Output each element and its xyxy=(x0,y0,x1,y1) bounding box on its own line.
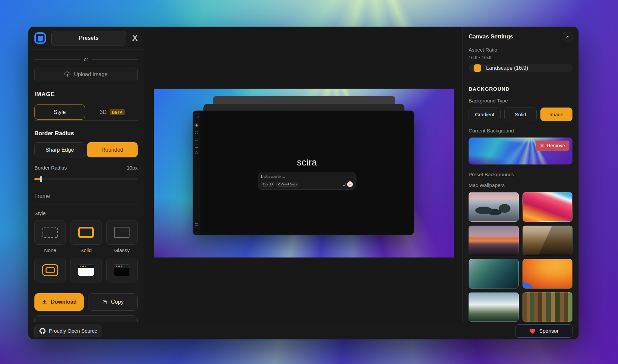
close-icon: ✕ xyxy=(540,143,544,148)
search-mode-pill xyxy=(261,182,275,187)
app-footer: Proudly Open Source Sponsor xyxy=(28,322,579,339)
frame-option-window-dark[interactable] xyxy=(106,258,138,282)
rounded-button[interactable]: Rounded xyxy=(87,142,138,157)
presets-button[interactable]: Presets xyxy=(51,31,126,46)
border-radius-toggle: Sharp Edge Rounded xyxy=(34,142,138,157)
frame-section-label: Frame xyxy=(34,193,138,199)
canvas-settings-panel: Canvas Settings Aspect Ratio 16:9 • 16x9… xyxy=(462,27,579,322)
remove-background-button[interactable]: ✕ Remove xyxy=(536,141,569,151)
info-icon xyxy=(195,131,198,134)
current-background-label: Current Background xyxy=(469,128,572,133)
image-mode-tabs: Style 3D BETA xyxy=(34,104,138,121)
canvas-settings-title: Canvas Settings xyxy=(469,33,513,40)
background-type-solid[interactable]: Solid xyxy=(504,108,536,121)
or-divider: or xyxy=(34,57,138,62)
attach-icon xyxy=(343,183,345,186)
screenshot-sidebar xyxy=(193,111,200,235)
tab-3d[interactable]: 3D BETA xyxy=(87,104,138,120)
heart-icon xyxy=(529,328,536,334)
copy-icon xyxy=(102,299,108,305)
border-radius-label: Border Radius xyxy=(34,165,67,171)
download-icon xyxy=(41,299,48,305)
frame-option-double-border[interactable] xyxy=(34,258,66,282)
frame-option-window-light[interactable] xyxy=(70,258,102,282)
border-radius-title: Border Radius xyxy=(34,130,138,137)
dark-window-frame-icon xyxy=(114,264,130,276)
dashed-frame-icon xyxy=(43,227,58,238)
app-logo-icon xyxy=(34,32,46,44)
aspect-ratio-select[interactable]: Landscape (16:9) xyxy=(469,64,572,72)
chevron-up-icon xyxy=(565,34,570,39)
display-icon xyxy=(195,223,198,226)
canvas-workspace[interactable]: scira Ask a question... xyxy=(144,27,462,322)
settings-icon xyxy=(195,151,198,154)
app-window: Presets X or Upload Image IMAGE Style xyxy=(28,27,579,339)
new-chat-icon xyxy=(194,123,199,127)
glassy-frame-icon xyxy=(114,227,130,238)
collapse-panel-button[interactable] xyxy=(563,32,572,41)
border-radius-value-row: Border Radius 10px xyxy=(34,165,138,171)
wallpaper-thumb-sequoia-forest[interactable] xyxy=(523,292,573,322)
aspect-swatch-icon xyxy=(474,64,481,72)
mac-wallpapers-label: Mac Wallpapers xyxy=(469,182,572,188)
wallpaper-thumb-ventura-abstract[interactable] xyxy=(523,259,573,289)
wallpaper-thumb-tahoe-rocks[interactable] xyxy=(469,192,519,222)
border-radius-slider[interactable] xyxy=(34,176,138,182)
text-caret xyxy=(261,175,262,178)
box-icon xyxy=(195,145,198,148)
arrow-up-icon xyxy=(349,183,351,186)
background-type-gradient[interactable]: Gradient xyxy=(469,108,501,121)
scira-wordmark: scira xyxy=(200,157,414,168)
upload-image-button[interactable]: Upload Image xyxy=(34,67,138,82)
solid-frame-icon xyxy=(78,227,94,238)
remove-image-button[interactable]: Remove Image xyxy=(34,315,138,322)
aspect-ratio-value: 16:9 • 16x9 xyxy=(469,55,572,60)
library-icon xyxy=(195,138,198,141)
background-type-label: Background Type xyxy=(469,98,572,103)
light-window-frame-icon xyxy=(78,264,94,276)
sponsor-button[interactable]: Sponsor xyxy=(515,324,572,338)
aspect-ratio-label: Aspect Ratio xyxy=(469,47,572,53)
preset-backgrounds-label: Preset Backgrounds xyxy=(469,172,572,177)
scira-logo-icon xyxy=(195,114,199,118)
frame-style-grid: None Solid Glassy xyxy=(34,220,138,285)
editor-panel: Presets X or Upload Image IMAGE Style xyxy=(28,27,144,322)
border-radius-value: 10px xyxy=(127,165,138,171)
current-background-preview[interactable]: ✕ Remove xyxy=(469,138,572,164)
left-panel-body: or Upload Image IMAGE Style 3D BETA xyxy=(28,50,144,322)
wallpaper-thumb-sierra-peaks[interactable] xyxy=(469,225,519,255)
screenshot-window[interactable]: scira Ask a question... xyxy=(193,111,414,235)
frame-option-glassy[interactable] xyxy=(106,220,138,245)
open-source-link[interactable]: Proudly Open Source xyxy=(34,325,102,337)
wallpaper-thumb-big-sur-graphic[interactable] xyxy=(523,192,573,222)
tab-style[interactable]: Style xyxy=(34,104,85,120)
frame-style-label: Style xyxy=(34,210,138,216)
background-type-image[interactable]: Image xyxy=(540,108,572,121)
chevron-down-icon xyxy=(266,183,269,185)
send-button xyxy=(347,181,353,187)
tools-icon xyxy=(270,183,273,185)
canvas-image[interactable]: scira Ask a question... xyxy=(154,89,454,257)
github-icon xyxy=(39,328,46,334)
background-type-buttons: Gradient Solid Image xyxy=(469,108,572,121)
image-section-title: IMAGE xyxy=(34,91,138,98)
download-button[interactable]: Download xyxy=(34,293,84,311)
wallpaper-thumb-mojave-dunes[interactable] xyxy=(523,225,573,255)
model-icon xyxy=(278,183,280,185)
upload-cloud-icon xyxy=(64,71,71,78)
wallpaper-thumb-catalina-coast[interactable] xyxy=(469,292,519,322)
background-section-title: BACKGROUND xyxy=(469,86,572,92)
globe-icon xyxy=(263,183,265,185)
ask-input: Ask a question... xyxy=(258,172,356,190)
frame-option-none[interactable] xyxy=(34,220,66,245)
double-border-frame-icon xyxy=(42,264,58,276)
frame-option-solid[interactable] xyxy=(70,220,102,245)
beta-badge: BETA xyxy=(110,109,125,115)
wallpaper-thumb-big-sur-coast[interactable] xyxy=(469,259,519,289)
copy-button[interactable]: Copy xyxy=(88,293,138,311)
slider-handle[interactable] xyxy=(40,176,42,182)
left-panel-header: Presets X xyxy=(28,27,144,50)
sharp-edge-button[interactable]: Sharp Edge xyxy=(34,142,85,157)
x-twitter-icon[interactable]: X xyxy=(132,33,138,43)
desktop-wallpaper: Presets X or Upload Image IMAGE Style xyxy=(0,0,618,364)
